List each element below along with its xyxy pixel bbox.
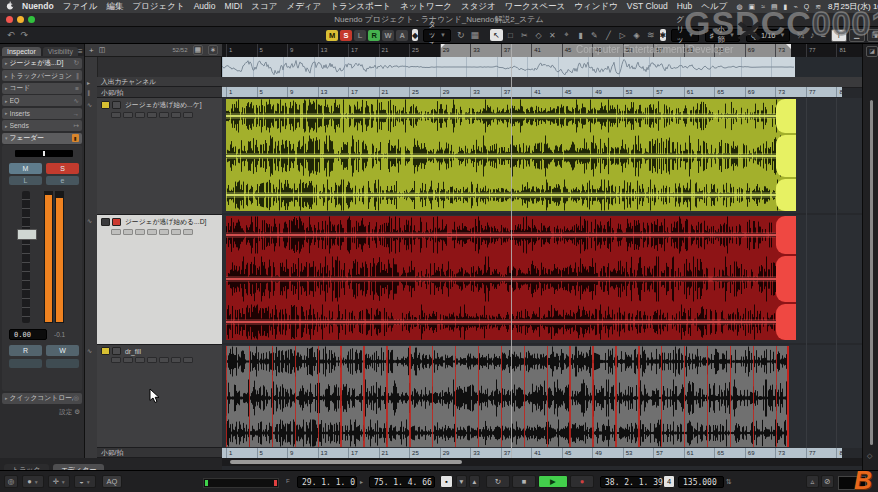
- horizontal-scrollbar[interactable]: [222, 458, 862, 466]
- insert-mode-icon[interactable]: ▦: [470, 30, 479, 40]
- mute-button[interactable]: [101, 347, 110, 355]
- vertical-scrollbar[interactable]: ◪ ◇: [862, 44, 878, 470]
- time-display[interactable]: 38. 2. 1. 39: [600, 476, 660, 488]
- track-mini-button[interactable]: [111, 229, 121, 235]
- pan-slider[interactable]: [15, 150, 73, 157]
- lock-icon[interactable]: ▪: [440, 475, 453, 488]
- sync-icon[interactable]: ◎: [4, 475, 18, 488]
- right-locator-display[interactable]: 75. 1. 4. 66: [369, 476, 435, 488]
- track-mini-button[interactable]: [111, 357, 121, 363]
- automation-a-button[interactable]: A: [396, 30, 408, 41]
- gain-value[interactable]: 0.00: [9, 329, 47, 340]
- status-icon-3[interactable]: ▤: [771, 3, 778, 11]
- inspector-section-2[interactable]: ▸コード≡: [2, 83, 82, 94]
- grid-mode-dropdown[interactable]: グリッド ▼: [671, 29, 699, 42]
- quick-controls-section[interactable]: ▸ クイックコントロール ◎: [2, 393, 82, 404]
- tempo-display[interactable]: 135.000: [678, 476, 724, 488]
- menu-item-4[interactable]: Audio: [194, 1, 216, 13]
- audio-quantize-button[interactable]: AQ: [102, 475, 122, 488]
- menu-item-5[interactable]: MIDI: [224, 1, 242, 13]
- status-icon-4[interactable]: ▮: [784, 3, 788, 11]
- menu-item-2[interactable]: 編集: [106, 1, 123, 13]
- track-mini-button[interactable]: [147, 229, 157, 235]
- menu-item-8[interactable]: トランスポート: [330, 1, 391, 13]
- tool-zoom[interactable]: ⌖: [560, 29, 573, 41]
- menu-item-0[interactable]: Nuendo: [22, 1, 54, 13]
- window-lower-zone-icon[interactable]: ▁: [849, 29, 865, 42]
- marker-icon[interactable]: F: [286, 478, 290, 484]
- track-preset-icon[interactable]: ◫: [99, 46, 106, 54]
- punch-out-icon[interactable]: ▴: [469, 475, 480, 488]
- volume-fader-track[interactable]: [22, 191, 30, 323]
- edit-channel-button[interactable]: e: [46, 176, 79, 185]
- menu-item-6[interactable]: スコア: [251, 1, 277, 13]
- inspector-section-0[interactable]: ▸ジージェが逃...D]↻: [2, 58, 82, 69]
- inspector-section-6[interactable]: ▾フェーダー▮: [2, 133, 82, 144]
- track-search-icon[interactable]: ∗: [208, 45, 218, 55]
- io-channels-row[interactable]: 入出力チャンネル: [97, 77, 222, 87]
- record-mode-dropdown[interactable]: ●▼: [22, 475, 44, 488]
- left-locator-display[interactable]: 29. 1. 1. 0: [297, 476, 357, 488]
- tool-split[interactable]: ✂: [518, 29, 531, 41]
- status-icon-0[interactable]: ◍: [736, 3, 742, 11]
- track-mini-button[interactable]: [183, 112, 193, 118]
- quantize-dropdown[interactable]: Q 1/16 ▼: [746, 29, 790, 42]
- punch-in-icon[interactable]: ▾: [456, 475, 467, 488]
- menu-item-12[interactable]: ウィンドウ: [574, 1, 618, 13]
- punch-mode-dropdown[interactable]: ✛▼: [48, 475, 70, 488]
- inspector-settings[interactable]: 設定 ⚙: [0, 405, 84, 420]
- automation-mode-dropdown[interactable]: タッチ ▼: [423, 29, 451, 42]
- track-mini-button[interactable]: [135, 357, 145, 363]
- track-mini-button[interactable]: [159, 229, 169, 235]
- menu-item-10[interactable]: スタジオ: [461, 1, 496, 13]
- zoom-slider-icon[interactable]: ◇: [867, 452, 872, 460]
- menu-item-15[interactable]: ヘルプ: [701, 1, 727, 13]
- menubar-clock[interactable]: 8月25日(水) 16:28: [828, 1, 878, 12]
- snap-extra-icon-0[interactable]: ¾: [796, 30, 804, 40]
- cycle-button[interactable]: ↻: [486, 475, 510, 488]
- track-header-1[interactable]: ジージェが逃げ始め...ケ]: [97, 98, 222, 215]
- track-lane-3[interactable]: [222, 345, 862, 448]
- menu-item-14[interactable]: Hub: [677, 1, 693, 13]
- window-right-zone-icon[interactable]: ◨: [867, 29, 878, 42]
- track-mini-button[interactable]: [123, 112, 133, 118]
- main-ruler[interactable]: 159131721252933374145495357616569737781: [222, 44, 862, 58]
- automation-w-button[interactable]: W: [382, 30, 394, 41]
- fader-extra-button[interactable]: [46, 359, 79, 368]
- grid-type-dropdown[interactable]: ♯ 小節 ▼: [705, 29, 740, 42]
- track-lane-2[interactable]: [222, 215, 862, 343]
- status-icon-5[interactable]: ⌁: [793, 3, 797, 11]
- inspector-tab-visibility[interactable]: Visibility: [43, 47, 78, 56]
- snap-extra-icon-1[interactable]: ♪: [810, 30, 815, 40]
- solo-button[interactable]: S: [46, 163, 79, 174]
- tool-object-select[interactable]: ↖: [490, 29, 503, 41]
- tool-erase[interactable]: ✕: [546, 29, 559, 41]
- mute-button[interactable]: [101, 218, 110, 226]
- listen-button[interactable]: L: [9, 176, 42, 185]
- automation-m-button[interactable]: M: [326, 30, 338, 41]
- track-mini-button[interactable]: [183, 229, 193, 235]
- status-icon-2[interactable]: ≈: [761, 3, 765, 11]
- mute-button[interactable]: [101, 101, 110, 109]
- track-mini-button[interactable]: [171, 229, 181, 235]
- tool-glue[interactable]: ◇: [532, 29, 545, 41]
- track-mini-button[interactable]: [159, 112, 169, 118]
- bars-beats-bottom-row[interactable]: 小節/拍: [97, 448, 222, 458]
- track-mini-button[interactable]: [183, 357, 193, 363]
- track-mini-button[interactable]: [159, 357, 169, 363]
- inspector-section-4[interactable]: ▸Inserts→: [2, 108, 82, 119]
- auto-scroll-icon[interactable]: ↻: [457, 30, 465, 40]
- time-signature-display[interactable]: 4: [663, 475, 675, 488]
- bars-ruler-bottom[interactable]: 159131721252933374145495357616569737781: [222, 448, 842, 458]
- solo-button[interactable]: [112, 347, 121, 355]
- track-mini-button[interactable]: [171, 357, 181, 363]
- count-in-icon[interactable]: ⊘: [821, 475, 834, 488]
- track-mini-button[interactable]: [171, 112, 181, 118]
- track-mini-button[interactable]: [147, 112, 157, 118]
- track-grid-icon[interactable]: ▦: [193, 45, 204, 55]
- stop-button[interactable]: ■: [512, 475, 536, 488]
- track-mini-button[interactable]: [123, 357, 133, 363]
- tempo-spinner[interactable]: ⇅: [726, 478, 732, 486]
- undo-icon[interactable]: ↶: [7, 30, 15, 40]
- snap-extra-icon-2[interactable]: ≡: [820, 30, 825, 40]
